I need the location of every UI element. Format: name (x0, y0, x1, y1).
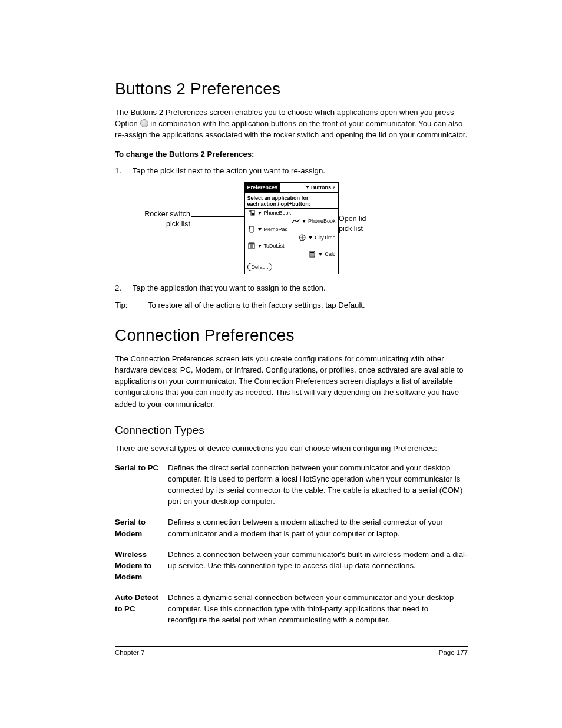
panel-subtitle: Select an application for each action / … (245, 193, 338, 209)
openlid-icon (292, 218, 300, 225)
prefs-panel: Preferences Buttons 2 Select an applicat… (244, 182, 339, 275)
pick-row-todo[interactable]: ToDoList (245, 242, 338, 250)
panel-header: Preferences Buttons 2 (245, 183, 338, 193)
annotated-screenshot: Rocker switch pick list Open lid pick li… (115, 182, 468, 276)
svg-point-9 (313, 254, 314, 255)
todo-icon (247, 242, 256, 249)
pick-row-label: Calc (325, 251, 335, 257)
option-key-icon (140, 119, 148, 127)
step-1-text: Tap the pick list next to the action you… (133, 165, 325, 176)
step-2: 2. Tap the application that you want to … (115, 282, 468, 294)
conn-type-row: Wireless Modem to Modem Defines a connec… (115, 549, 468, 582)
leader-line-left (191, 216, 244, 217)
chevron-down-icon (258, 228, 262, 231)
svg-rect-1 (252, 213, 254, 215)
conn-type-def: Defines a connection between a modem att… (168, 516, 468, 539)
tip-row: Tip: To restore all of the actions to th… (115, 299, 468, 311)
panel-footer: Default (245, 258, 338, 274)
rocker-icon (247, 209, 256, 216)
pick-row-rocker[interactable]: PhoneBook (245, 209, 338, 217)
panel-subtitle-line2: each action / opt+button: (247, 201, 310, 207)
svg-rect-6 (310, 252, 314, 253)
footer-page-number: Page 177 (439, 649, 468, 656)
chevron-down-icon (258, 212, 262, 215)
conn-type-def: Defines the direct serial connection bet… (168, 462, 468, 508)
step-2-text: Tap the application that you want to ass… (133, 282, 326, 294)
intro-part-b: in combination with the application butt… (115, 119, 467, 139)
footer-chapter: Chapter 7 (115, 649, 145, 656)
svg-point-12 (313, 255, 314, 256)
pick-row-label: PhoneBook (308, 218, 336, 224)
pick-row-label: CityTime (315, 235, 335, 241)
chevron-down-icon (306, 186, 309, 189)
svg-point-8 (312, 254, 313, 255)
step-2-number: 2. (115, 282, 125, 294)
pick-row-openlid[interactable]: PhoneBook (245, 217, 338, 225)
default-button[interactable]: Default (247, 263, 273, 271)
pick-row-label: MemoPad (264, 226, 288, 232)
conn-type-def: Defines a dynamic serial connection betw… (168, 592, 468, 625)
svg-point-10 (311, 255, 312, 256)
step-1: 1. Tap the pick list next to the action … (115, 165, 468, 176)
conn-type-row: Serial to Modem Defines a connection bet… (115, 516, 468, 539)
pick-row-citytime[interactable]: CityTime (245, 233, 338, 242)
page: Buttons 2 Preferences The Buttons 2 Pref… (0, 0, 562, 728)
svg-point-7 (311, 254, 312, 255)
subheading-connection-types: Connection Types (115, 424, 468, 437)
conn-type-row: Auto Detect to PC Defines a dynamic seri… (115, 592, 468, 625)
page-footer: Chapter 7 Page 177 (115, 646, 468, 656)
tip-text: To restore all of the actions to their f… (148, 299, 365, 311)
callout-openlid-line1: Open lid (339, 215, 366, 223)
globe-icon (298, 234, 306, 241)
panel-subtitle-line1: Select an application for (247, 195, 309, 201)
callout-rocker-line2: pick list (166, 220, 190, 228)
svg-point-11 (312, 255, 313, 256)
panel-title-tab: Preferences (245, 183, 280, 192)
chevron-down-icon (302, 220, 306, 223)
pick-row-memo[interactable]: MemoPad (245, 225, 338, 233)
callout-rocker-switch: Rocker switch pick list (131, 209, 190, 229)
conn-type-term: Serial to Modem (115, 516, 161, 539)
pick-row-label: ToDoList (264, 243, 285, 249)
panel-category-label: Buttons 2 (311, 185, 336, 190)
heading-buttons2: Buttons 2 Preferences (115, 80, 468, 98)
conn-type-row: Serial to PC Defines the direct serial c… (115, 462, 468, 508)
connection-types-list: Serial to PC Defines the direct serial c… (115, 462, 468, 626)
intro-buttons2: The Buttons 2 Preferences screen enables… (115, 107, 468, 140)
heading-connection-prefs: Connection Preferences (115, 326, 468, 345)
conn-type-term: Serial to PC (115, 462, 161, 508)
panel-category-picklist[interactable]: Buttons 2 (306, 185, 338, 190)
chevron-down-icon (258, 245, 262, 248)
chevron-down-icon (309, 236, 312, 239)
connection-types-intro: There are several types of device connec… (115, 443, 468, 454)
callout-open-lid: Open lid pick list (339, 214, 398, 234)
conn-type-term: Wireless Modem to Modem (115, 549, 161, 582)
tip-label: Tip: (115, 299, 135, 311)
callout-rocker-line1: Rocker switch (144, 210, 190, 218)
intro-connection-prefs: The Connection Preferences screen lets y… (115, 353, 468, 410)
pick-row-label: PhoneBook (264, 210, 292, 216)
conn-type-def: Defines a connection between your commun… (168, 549, 468, 582)
conn-type-term: Auto Detect to PC (115, 592, 161, 625)
pick-row-calc[interactable]: Calc (245, 250, 338, 258)
howto-heading: To change the Buttons 2 Preferences: (115, 149, 468, 160)
memo-icon (247, 226, 256, 233)
calc-icon (308, 251, 316, 258)
chevron-down-icon (319, 253, 322, 256)
callout-openlid-line2: pick list (339, 225, 363, 233)
step-1-number: 1. (115, 165, 125, 176)
